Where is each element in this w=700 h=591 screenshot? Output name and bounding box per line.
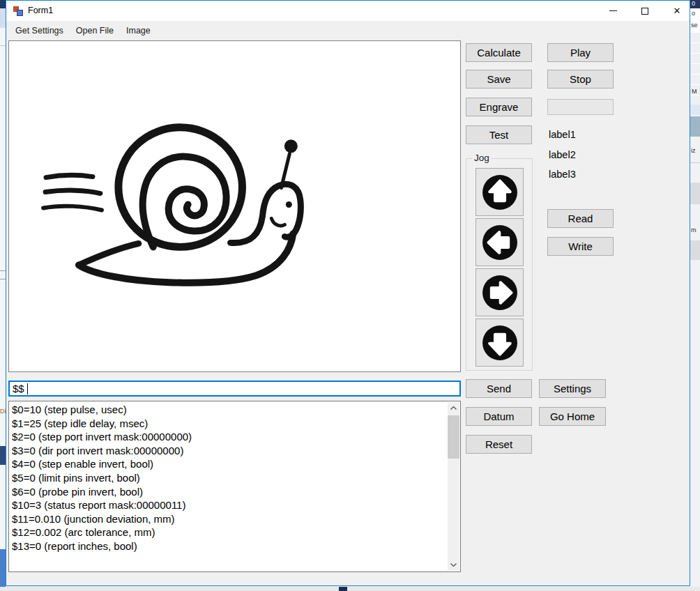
- snail-drawing: [9, 41, 460, 371]
- background-window-left-sliver: Di: [0, 0, 6, 591]
- chevron-down-icon: [450, 563, 457, 567]
- datum-button[interactable]: Datum: [466, 407, 532, 426]
- engrave-button[interactable]: Engrave: [466, 98, 532, 116]
- background-top-text: 0: [690, 0, 700, 8]
- window-title: Form1: [28, 6, 53, 15]
- minimize-icon: [609, 10, 617, 11]
- jog-group: Jog: [466, 158, 533, 371]
- read-button[interactable]: Read: [547, 209, 614, 228]
- arrow-right-icon: [478, 271, 522, 314]
- app-window: Form1 ✕ Get Settings Open File Image: [6, 0, 690, 586]
- jog-down-button[interactable]: [475, 318, 524, 367]
- maximize-icon: [641, 8, 648, 15]
- save-button[interactable]: Save: [466, 70, 532, 89]
- divider: [0, 270, 6, 271]
- command-input[interactable]: $$: [8, 381, 461, 397]
- play-button[interactable]: Play: [547, 43, 614, 62]
- background-gray-block: [690, 183, 700, 204]
- console-text: $0=10 (step pulse, usec) $1=25 (step idl…: [12, 403, 445, 570]
- calculate-button[interactable]: Calculate: [466, 43, 532, 62]
- jog-up-button[interactable]: [475, 168, 524, 216]
- menu-item-image[interactable]: Image: [120, 22, 157, 40]
- close-icon: ✕: [674, 6, 681, 15]
- test-button[interactable]: Test: [466, 125, 532, 144]
- settings-button[interactable]: Settings: [539, 379, 606, 398]
- menu-bar: Get Settings Open File Image: [6, 21, 690, 40]
- write-button[interactable]: Write: [547, 237, 614, 256]
- empty-textbox[interactable]: [547, 99, 614, 115]
- menu-item-get-settings[interactable]: Get Settings: [9, 22, 70, 40]
- background-left-navy-block-2: [0, 446, 6, 465]
- app-icon: [13, 6, 24, 16]
- background-highlight-row: [690, 105, 700, 115]
- divider: [0, 45, 6, 46]
- go-home-button[interactable]: Go Home: [539, 407, 606, 426]
- background-text-fragment: m: [691, 227, 697, 233]
- status-label-1: label1: [549, 129, 576, 140]
- send-button[interactable]: Send: [466, 379, 532, 398]
- menu-item-open-file[interactable]: Open File: [70, 22, 120, 40]
- settings-console[interactable]: $0=10 (step pulse, usec) $1=25 (step idl…: [8, 401, 461, 572]
- background-bottom-strip: [0, 587, 700, 591]
- status-label-3: label3: [549, 169, 576, 180]
- image-canvas: [8, 40, 461, 372]
- background-gray-block-2: [690, 240, 700, 260]
- jog-right-button[interactable]: [475, 268, 524, 316]
- background-left-light-block: [0, 8, 6, 28]
- console-scrollbar[interactable]: [448, 402, 459, 571]
- minimize-button[interactable]: [600, 1, 625, 21]
- divider: [690, 162, 700, 163]
- command-input-value: $$: [13, 383, 24, 394]
- scroll-up-button[interactable]: [448, 402, 459, 414]
- jog-left-button[interactable]: [475, 218, 524, 266]
- stop-button[interactable]: Stop: [547, 70, 614, 89]
- background-row-lines: [690, 33, 700, 113]
- text-caret: [27, 383, 28, 394]
- background-left-navy-block: [0, 0, 6, 8]
- background-text-fragment: se: [691, 22, 698, 29]
- scroll-down-button[interactable]: [448, 559, 459, 571]
- background-taskbar-fragment: [339, 587, 347, 591]
- maximize-button[interactable]: [632, 1, 657, 21]
- close-button[interactable]: ✕: [664, 1, 690, 21]
- title-bar: Form1 ✕: [6, 1, 690, 21]
- status-label-2: label2: [549, 149, 576, 160]
- background-left-blue-block: [0, 549, 6, 591]
- background-text-fragment: iz: [691, 147, 696, 154]
- background-window-right-sliver: 0 o se M iz m: [690, 0, 700, 591]
- chevron-up-icon: [450, 406, 457, 410]
- background-text-fragment: M: [692, 88, 697, 95]
- background-text-fragment: o: [692, 10, 695, 17]
- jog-group-label: Jog: [472, 153, 492, 163]
- arrow-down-icon: [478, 321, 522, 364]
- arrow-left-icon: [478, 221, 522, 264]
- divider: [0, 279, 6, 279]
- reset-button[interactable]: Reset: [466, 435, 532, 454]
- scrollbar-thumb[interactable]: [448, 415, 459, 459]
- arrow-up-icon: [478, 171, 522, 214]
- background-selected-row: [690, 116, 700, 137]
